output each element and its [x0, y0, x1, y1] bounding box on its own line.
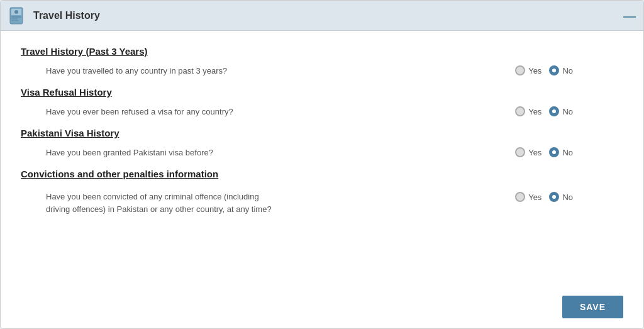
radio-group-travelled: Yes No: [515, 65, 623, 75]
section-pakistani-visa: Pakistani Visa History Have you been gra…: [21, 128, 623, 157]
radio-yes-refused[interactable]: Yes: [515, 106, 541, 116]
svg-rect-5: [11, 20, 19, 21]
radio-yes-label-2: Yes: [528, 107, 541, 116]
radio-group-granted: Yes No: [515, 147, 623, 157]
footer: SAVE: [1, 289, 643, 328]
title-bar-left: Travel History: [8, 6, 100, 25]
radio-yes-label-3: Yes: [528, 148, 541, 157]
radio-no-refused[interactable]: No: [549, 106, 573, 116]
radio-circle-no-convicted[interactable]: [549, 192, 559, 202]
question-text-granted: Have you been granted Pakistani visa bef…: [46, 148, 213, 157]
radio-circle-yes-travelled[interactable]: [515, 65, 525, 75]
passport-icon: [8, 6, 27, 25]
radio-group-convicted: Yes No: [515, 191, 623, 202]
main-window: Travel History — Travel History (Past 3 …: [0, 0, 644, 329]
radio-circle-yes-granted[interactable]: [515, 147, 525, 157]
title-bar-text: Travel History: [33, 10, 100, 21]
radio-yes-travelled[interactable]: Yes: [515, 65, 541, 75]
radio-yes-convicted[interactable]: Yes: [515, 192, 541, 202]
section-pakistani-visa-title: Pakistani Visa History: [21, 128, 623, 138]
svg-point-2: [14, 10, 18, 14]
section-visa-refusal-title: Visa Refusal History: [21, 87, 623, 98]
radio-yes-label: Yes: [528, 66, 541, 75]
radio-circle-no-granted[interactable]: [549, 147, 559, 157]
svg-rect-4: [11, 18, 18, 20]
radio-no-label-3: No: [562, 148, 573, 157]
radio-no-travelled[interactable]: No: [549, 65, 573, 75]
radio-no-label-4: No: [562, 192, 573, 202]
question-row-refused: Have you ever been refused a visa for an…: [21, 106, 623, 116]
content-area: Travel History (Past 3 Years) Have you t…: [1, 31, 643, 289]
radio-circle-yes-convicted[interactable]: [515, 192, 525, 202]
radio-circle-yes-refused[interactable]: [515, 106, 525, 116]
radio-circle-no-travelled[interactable]: [549, 65, 559, 75]
section-convictions-title: Convictions and other penalties informat…: [21, 169, 623, 179]
radio-circle-no-refused[interactable]: [549, 106, 559, 116]
radio-no-convicted[interactable]: No: [549, 192, 573, 202]
radio-no-label: No: [562, 66, 573, 75]
save-button[interactable]: SAVE: [562, 296, 623, 318]
title-bar: Travel History —: [1, 1, 643, 31]
section-visa-refusal: Visa Refusal History Have you ever been …: [21, 87, 623, 116]
question-row-travelled: Have you travelled to any country in pas…: [21, 65, 623, 75]
radio-no-label-2: No: [562, 107, 573, 116]
question-text-travelled: Have you travelled to any country in pas…: [46, 66, 227, 75]
question-text-refused: Have you ever been refused a visa for an…: [46, 107, 233, 116]
section-convictions: Convictions and other penalties informat…: [21, 169, 623, 215]
svg-rect-3: [11, 16, 21, 18]
question-row-convicted: Have you been convicted of any criminal …: [21, 188, 623, 215]
radio-yes-label-4: Yes: [528, 192, 541, 202]
question-text-convicted: Have you been convicted of any criminal …: [46, 191, 285, 215]
radio-yes-granted[interactable]: Yes: [515, 147, 541, 157]
section-travel-history: Travel History (Past 3 Years) Have you t…: [21, 46, 623, 75]
radio-no-granted[interactable]: No: [549, 147, 573, 157]
radio-group-refused: Yes No: [515, 106, 623, 116]
question-row-granted: Have you been granted Pakistani visa bef…: [21, 147, 623, 157]
section-travel-history-title: Travel History (Past 3 Years): [21, 46, 623, 57]
minimize-button[interactable]: —: [623, 9, 636, 22]
